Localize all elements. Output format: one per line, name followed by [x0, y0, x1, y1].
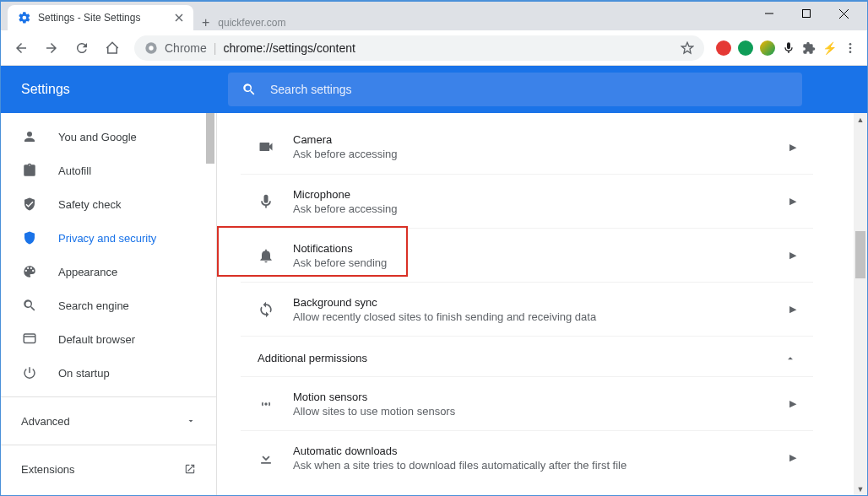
- minimize-button[interactable]: [751, 4, 788, 23]
- home-button[interactable]: [99, 35, 126, 62]
- row-title: Motion sensors: [293, 391, 771, 403]
- sidebar-item-default-browser[interactable]: Default browser: [1, 322, 216, 356]
- shield-check-icon: [21, 197, 38, 212]
- row-title: Camera: [293, 133, 771, 146]
- sidebar-extensions[interactable]: Extensions: [1, 452, 216, 486]
- chevron-right-icon: ▶: [789, 304, 796, 315]
- tab-title: Settings - Site Settings: [38, 12, 140, 24]
- chevron-down-icon: [186, 416, 196, 426]
- sidebar-item-privacy[interactable]: Privacy and security: [1, 221, 216, 255]
- row-background-sync[interactable]: Background sync Allow recently closed si…: [241, 282, 813, 336]
- magnifier-icon: [21, 298, 38, 313]
- menu-icon[interactable]: [844, 41, 857, 55]
- row-automatic-downloads[interactable]: Automatic downloads Ask when a site trie…: [241, 430, 813, 484]
- row-subtitle: Allow recently closed sites to finish se…: [293, 310, 771, 323]
- row-title: Background sync: [293, 296, 771, 309]
- row-notifications[interactable]: Notifications Ask before sending ▶: [241, 228, 813, 282]
- extensions-label: Extensions: [21, 463, 75, 476]
- sidebar-advanced[interactable]: Advanced: [1, 404, 216, 438]
- browser-toolbar: Chrome | chrome://settings/content ⚡: [1, 30, 867, 66]
- search-icon: [241, 82, 257, 97]
- row-title: Notifications: [293, 242, 771, 255]
- chevron-right-icon: ▶: [789, 398, 796, 409]
- star-icon[interactable]: [681, 41, 694, 55]
- settings-search[interactable]: [228, 73, 802, 106]
- new-tab-button[interactable]: +: [202, 15, 209, 30]
- maximize-button[interactable]: [788, 4, 825, 23]
- sidebar-item-label: Safety check: [58, 198, 121, 211]
- settings-search-input[interactable]: [270, 83, 789, 96]
- puzzle-icon[interactable]: [802, 41, 816, 55]
- row-motion-sensors[interactable]: Motion sensors Allow sites to use motion…: [241, 376, 813, 430]
- scroll-up-arrow[interactable]: ▲: [854, 113, 867, 127]
- content-area: You and Google Autofill Safety check Pri…: [1, 113, 867, 496]
- sidebar: You and Google Autofill Safety check Pri…: [1, 113, 217, 496]
- settings-title: Settings: [1, 82, 217, 97]
- reload-button[interactable]: [68, 35, 95, 62]
- sidebar-item-on-startup[interactable]: On startup: [1, 356, 216, 390]
- omnibox-url: chrome://settings/content: [223, 41, 355, 55]
- svg-point-2: [149, 46, 153, 50]
- scroll-thumb[interactable]: [855, 231, 865, 278]
- sync-icon: [258, 301, 274, 318]
- row-title: Automatic downloads: [293, 445, 771, 457]
- sidebar-item-search-engine[interactable]: Search engine: [1, 288, 216, 322]
- scroll-down-arrow[interactable]: ▼: [854, 483, 867, 496]
- bell-icon: [258, 247, 274, 264]
- address-bar[interactable]: Chrome | chrome://settings/content: [134, 35, 704, 61]
- forward-button[interactable]: [38, 35, 65, 62]
- mic-icon[interactable]: [782, 41, 795, 55]
- sidebar-item-label: On startup: [58, 367, 110, 380]
- settings-header: Settings: [1, 66, 867, 113]
- row-subtitle: Ask before accessing: [293, 202, 771, 215]
- sidebar-item-label: Autofill: [58, 164, 91, 177]
- newtab-area: + quickfever.com: [193, 15, 294, 30]
- row-microphone[interactable]: Microphone Ask before accessing ▶: [241, 174, 813, 228]
- sidebar-item-label: Privacy and security: [58, 232, 156, 245]
- clipboard-icon: [21, 163, 38, 178]
- download-icon: [258, 450, 274, 466]
- chrome-logo-icon: [144, 41, 158, 55]
- sidebar-item-safety-check[interactable]: Safety check: [1, 187, 216, 221]
- advanced-label: Advanced: [21, 415, 70, 428]
- row-subtitle: Allow sites to use motion sensors: [293, 405, 771, 418]
- close-tab-icon[interactable]: [175, 13, 183, 22]
- titlebar: Settings - Site Settings + quickfever.co…: [1, 2, 867, 30]
- chevron-up-icon: [784, 353, 796, 364]
- sidebar-item-label: You and Google: [58, 131, 137, 143]
- ext-icon-4[interactable]: ⚡: [822, 41, 837, 55]
- omnibox-chrome-label: Chrome: [165, 41, 207, 55]
- newtab-hint: quickfever.com: [218, 17, 285, 29]
- sidebar-item-appearance[interactable]: Appearance: [1, 255, 216, 288]
- svg-point-4: [849, 46, 852, 49]
- row-subtitle: Ask when a site tries to download files …: [293, 459, 771, 472]
- sidebar-about[interactable]: About Chrome: [1, 486, 216, 496]
- ext-icon-3[interactable]: [760, 40, 775, 56]
- microphone-icon: [258, 193, 274, 210]
- sidebar-item-label: Appearance: [58, 266, 117, 278]
- camera-icon: [258, 138, 274, 155]
- sidebar-item-label: Search engine: [58, 299, 129, 312]
- close-window-button[interactable]: [825, 4, 862, 23]
- page-scrollbar[interactable]: ▲ ▼: [854, 113, 867, 496]
- window-controls: [751, 2, 867, 30]
- ext-icon-1[interactable]: [716, 40, 731, 56]
- omnibox-separator: |: [214, 41, 217, 55]
- row-title: Microphone: [293, 188, 771, 201]
- ext-icon-2[interactable]: [738, 40, 753, 56]
- row-subtitle: Ask before sending: [293, 256, 771, 269]
- svg-rect-0: [803, 10, 811, 18]
- svg-rect-6: [24, 334, 35, 343]
- row-camera[interactable]: Camera Ask before accessing ▶: [241, 120, 813, 174]
- chevron-right-icon: ▶: [789, 452, 796, 463]
- browser-icon: [21, 332, 38, 347]
- sidebar-item-autofill[interactable]: Autofill: [1, 154, 216, 187]
- section-additional-permissions[interactable]: Additional permissions: [241, 336, 813, 376]
- browser-tab[interactable]: Settings - Site Settings: [8, 5, 193, 30]
- main-panel: Camera Ask before accessing ▶ Microphone…: [217, 113, 867, 496]
- extension-icons: ⚡: [713, 40, 860, 56]
- sidebar-divider: [1, 396, 216, 397]
- sidebar-item-you-and-google[interactable]: You and Google: [1, 120, 216, 154]
- sidebar-scrollbar[interactable]: [206, 113, 214, 164]
- back-button[interactable]: [8, 35, 35, 62]
